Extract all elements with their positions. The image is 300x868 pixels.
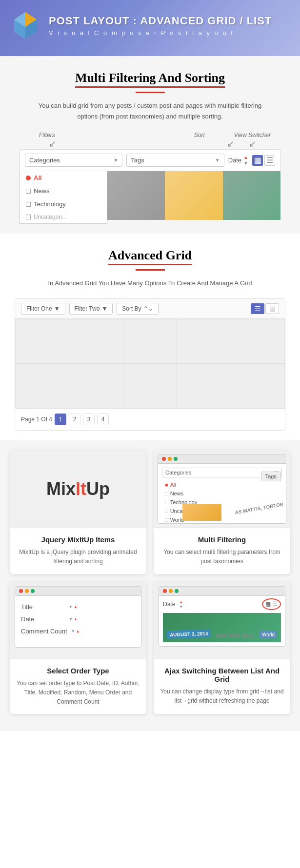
dropdown-technology[interactable]: Technology [20, 197, 107, 211]
title-down-arrow[interactable]: ▼ [69, 605, 73, 609]
filter-one-btn[interactable]: Filter One ▼ [21, 303, 65, 315]
title-up-arrow[interactable]: ▲ [74, 605, 78, 609]
mixitup-preview: MixItUp [10, 450, 146, 528]
page-1-btn[interactable]: 1 [55, 414, 66, 425]
mf-item-world[interactable]: □ World [162, 515, 282, 524]
tags-pill[interactable]: Tags [261, 472, 281, 481]
mf-item-all[interactable]: ■ All [162, 480, 282, 489]
list-toggle-btn[interactable]: ☰ [251, 303, 264, 314]
sort-up[interactable]: ▲ [243, 155, 248, 160]
multifilter-preview: Categories ▼ ■ All □ News □ Technology [154, 450, 290, 528]
header-subtitle: V i s u a l C o m p o s e r P o s t l a … [49, 29, 272, 37]
date-mini-arrows[interactable]: ▼ ▲ [69, 617, 78, 621]
section1-title: Multi Filtering And Sorting [75, 71, 225, 85]
date-down-arrow[interactable]: ▼ [69, 617, 73, 621]
grid-toggle-btn[interactable]: ▦ [265, 303, 279, 314]
card-selectorder: Title ▼ ▲ Date ▼ ▲ [10, 581, 146, 714]
pagination-bar: Page 1 Of 4 1 2 3 4 [15, 409, 285, 430]
grid-cell-2 [69, 319, 122, 363]
ajax-sort-row: Date ▲ ▼ ▦ ☰ [163, 600, 281, 609]
categories-arrow: ▼ [113, 158, 118, 163]
filters-annotation: Filters [39, 132, 55, 138]
ajax-sort-arrows[interactable]: ▲ ▼ [179, 600, 183, 609]
dropdown-uncategorized[interactable]: Uncategori... [20, 211, 107, 223]
view-circle[interactable]: ▦ ☰ [262, 598, 281, 610]
logo-icon [10, 10, 41, 41]
sort-down[interactable]: ▼ [243, 160, 248, 166]
order-commentcount-label: Comment Count [21, 628, 67, 635]
annotation-labels: Filters Sort View Switcher [20, 132, 280, 138]
grid-cell-4 [177, 319, 230, 363]
feature-row-1: MixItUp Jquery MixItUp Items MixItUp is … [10, 450, 290, 573]
order-row-commentcount: Comment Count ▼ ▲ [21, 628, 135, 635]
card-ajax: Date ▲ ▼ ▦ ☰ AUGUST 3, 2014 World [154, 581, 290, 714]
sort-controls[interactable]: Date ▲ ▼ [228, 155, 248, 166]
diam-text: DIAM WISI QUA... [216, 633, 257, 638]
list-view-btn[interactable]: ☰ [264, 155, 275, 166]
sort-arrows[interactable]: ▲ ▼ [243, 155, 248, 166]
section1-heading: Multi Filtering And Sorting [15, 71, 285, 93]
view-switcher[interactable]: ▦ ☰ [252, 155, 275, 166]
checkbox-technology[interactable] [26, 202, 31, 207]
annotation-arrows: ↙ ↙ ↙ [20, 138, 280, 149]
filter-two-arrow: ▼ [101, 305, 107, 312]
mf-item-news[interactable]: □ News [162, 489, 282, 498]
ajax-dot-red [163, 589, 167, 593]
order-dot-red [19, 589, 23, 593]
dropdown-all[interactable]: All [20, 171, 107, 184]
page-4-btn[interactable]: 4 [97, 414, 109, 425]
dropdown-and-images: All News Technology Uncategori... [20, 171, 280, 224]
header-title: POST LAYOUT : ADVANCED GRID / LIST [49, 15, 272, 27]
grid-cell-10 [231, 364, 284, 408]
ajax-up[interactable]: ▲ [179, 600, 183, 604]
mixitup-desc: MixItUp is a jQuery plugin providing ani… [16, 548, 140, 566]
grid-view-btn[interactable]: ▦ [252, 155, 263, 166]
order-dots [15, 587, 141, 596]
page-3-btn[interactable]: 3 [83, 414, 95, 425]
ajax-window: Date ▲ ▼ ▦ ☰ AUGUST 3, 2014 World [159, 586, 285, 647]
title-underline [136, 92, 165, 93]
date-up-arrow[interactable]: ▲ [74, 617, 78, 621]
image2 [165, 171, 222, 220]
title-mini-arrows[interactable]: ▼ ▲ [69, 605, 78, 609]
grid-cell-7 [69, 364, 122, 408]
grid-cells-row2 [15, 364, 285, 409]
comment-down-arrow[interactable]: ▼ [71, 629, 75, 633]
card-multifilter: Categories ▼ ■ All □ News □ Technology [154, 450, 290, 573]
ajax-down[interactable]: ▼ [179, 605, 183, 609]
tags-select[interactable]: Tags ▼ [126, 154, 224, 167]
filter-bar[interactable]: Categories ▼ Tags ▼ Date ▲ ▼ ▦ ☰ [20, 149, 280, 171]
grid-cell-6 [16, 364, 69, 408]
image1 [107, 171, 165, 220]
section2-title: Advanced Grid [108, 248, 192, 263]
section-multifiltering: Multi Filtering And Sorting You can buil… [0, 56, 300, 234]
checkbox-news[interactable] [26, 189, 31, 194]
mixitup-x: It [76, 479, 86, 499]
ajax-date-label: Date [163, 601, 175, 608]
ajax-dot-yellow [169, 589, 173, 593]
ajax-dots [159, 587, 285, 596]
mixitup-body: Jquery MixItUp Items MixItUp is a jQuery… [10, 528, 146, 573]
viewswitcher-arrow: ↙ [249, 138, 256, 149]
comment-mini-arrows[interactable]: ▼ ▲ [71, 629, 80, 633]
dropdown-news[interactable]: News [20, 184, 107, 197]
ajax-view-toggle[interactable]: ▦ ☰ [262, 601, 281, 608]
mf-window-dots [158, 454, 286, 464]
categories-dropdown[interactable]: All News Technology Uncategori... [20, 171, 107, 224]
section-advancedgrid: Advanced Grid In Advanced Grid You Have … [0, 234, 300, 440]
order-row-date: Date ▼ ▲ [21, 615, 135, 623]
selectorder-title: Select Order Type [16, 667, 140, 675]
sort-by-btn[interactable]: Sort By ⌃⌄ [117, 303, 158, 315]
order-title-label: Title [21, 603, 65, 611]
grid-toggle[interactable]: ☰ ▦ [251, 303, 279, 314]
dot-red [162, 457, 166, 461]
tags-arrow: ▼ [215, 158, 220, 163]
page-2-btn[interactable]: 2 [69, 414, 80, 425]
categories-select[interactable]: Categories ▼ [25, 154, 122, 167]
grid-toolbar: Filter One ▼ Filter Two ▼ Sort By ⌃⌄ ☰ ▦ [15, 299, 285, 319]
section1-description: You can build grid from any posts / cust… [28, 100, 272, 122]
checkbox-uncategorized[interactable] [26, 215, 31, 219]
comment-up-arrow[interactable]: ▲ [76, 629, 80, 633]
radio-all [26, 176, 31, 180]
filter-two-btn[interactable]: Filter Two ▼ [69, 303, 113, 315]
